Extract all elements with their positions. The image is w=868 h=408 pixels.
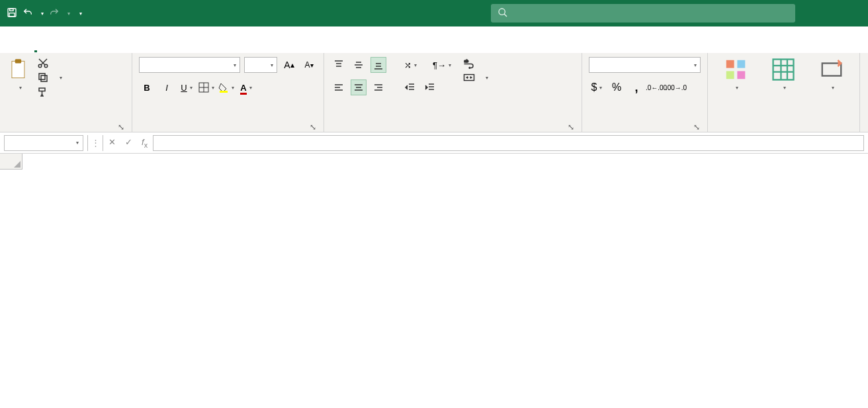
svg-rect-44 bbox=[726, 60, 734, 68]
font-size-combo[interactable]: ▾ bbox=[244, 57, 277, 73]
chevron-down-icon: ▾ bbox=[486, 75, 488, 81]
redo-dropdown-icon[interactable]: ▾ bbox=[67, 11, 70, 17]
save-icon[interactable] bbox=[7, 7, 17, 20]
align-middle-icon[interactable] bbox=[351, 57, 367, 73]
decrease-indent-icon[interactable] bbox=[402, 79, 418, 95]
tab-home[interactable] bbox=[34, 40, 37, 52]
align-center-icon[interactable] bbox=[351, 79, 367, 95]
accounting-format-button[interactable]: $▾ bbox=[589, 79, 605, 95]
tab-help[interactable] bbox=[204, 42, 206, 52]
bold-button[interactable]: B bbox=[139, 79, 155, 95]
group-alignment: ⤭▾ ¶→▾ ab ▾ ⤡ bbox=[324, 53, 582, 132]
orientation-icon[interactable]: ⤭▾ bbox=[402, 57, 418, 73]
font-name-combo[interactable]: ▾ bbox=[139, 57, 240, 73]
tab-developer[interactable] bbox=[183, 42, 185, 52]
chevron-down-icon: ▾ bbox=[271, 62, 273, 68]
tab-acrobat[interactable] bbox=[225, 42, 228, 52]
redo-icon[interactable] bbox=[49, 7, 60, 20]
number-format-combo[interactable]: ▾ bbox=[589, 57, 701, 73]
svg-rect-6 bbox=[15, 59, 21, 63]
format-as-table-button[interactable]: ▾ bbox=[771, 57, 796, 91]
svg-rect-5 bbox=[12, 61, 24, 77]
svg-rect-43 bbox=[464, 75, 474, 81]
svg-rect-2 bbox=[9, 13, 15, 16]
dialog-launcher-icon[interactable]: ⤡ bbox=[693, 123, 701, 130]
align-right-icon[interactable] bbox=[370, 79, 386, 95]
undo-icon[interactable] bbox=[22, 7, 33, 20]
increase-font-icon[interactable]: A▴ bbox=[281, 57, 297, 73]
merge-center-button[interactable]: ▾ bbox=[463, 72, 488, 83]
tab-insert[interactable] bbox=[56, 42, 58, 52]
formula-input[interactable] bbox=[153, 135, 864, 151]
qat-customize-icon[interactable]: ▾ bbox=[79, 11, 82, 17]
svg-rect-47 bbox=[738, 71, 746, 79]
conditional-formatting-button[interactable]: ▾ bbox=[723, 57, 748, 91]
search-box[interactable] bbox=[491, 4, 795, 23]
group-font: ▾ ▾ A▴ A▾ B I U▾ ▾ ▾ A▾ ⤡ bbox=[132, 53, 324, 132]
group-clipboard: ▾ ▾ ⤡ bbox=[0, 53, 132, 132]
fill-color-button[interactable]: ▾ bbox=[218, 79, 234, 95]
italic-button[interactable]: I bbox=[159, 79, 175, 95]
group-number: ▾ $▾ % , .0←.00 .00→.0 ⤡ bbox=[582, 53, 708, 132]
format-painter-button[interactable] bbox=[37, 86, 62, 98]
svg-rect-48 bbox=[773, 60, 794, 80]
svg-text:ab: ab bbox=[464, 59, 469, 63]
chevron-down-icon: ▾ bbox=[234, 62, 236, 68]
comma-format-button[interactable]: , bbox=[629, 79, 644, 95]
spill-icon: ⋮ bbox=[87, 135, 103, 151]
decrease-decimal-button[interactable]: .00→.0 bbox=[668, 79, 684, 95]
chevron-down-icon: ▾ bbox=[694, 62, 697, 68]
cancel-icon[interactable]: ✕ bbox=[108, 137, 116, 149]
svg-line-4 bbox=[504, 14, 507, 17]
name-box[interactable]: ▾ bbox=[4, 135, 83, 151]
enter-icon[interactable]: ✓ bbox=[125, 137, 132, 149]
tab-review[interactable] bbox=[140, 42, 143, 52]
border-button[interactable]: ▾ bbox=[198, 79, 214, 95]
svg-rect-45 bbox=[738, 60, 746, 68]
worksheet-grid[interactable] bbox=[0, 154, 868, 170]
dialog-launcher-icon[interactable]: ⤡ bbox=[117, 123, 125, 130]
svg-rect-11 bbox=[41, 76, 47, 81]
tab-formulas[interactable] bbox=[98, 42, 101, 52]
svg-rect-12 bbox=[39, 74, 45, 79]
align-top-icon[interactable] bbox=[331, 57, 347, 73]
increase-indent-icon[interactable] bbox=[422, 79, 438, 95]
chevron-down-icon: ▾ bbox=[19, 85, 22, 91]
increase-decimal-button[interactable]: .0←.00 bbox=[648, 79, 664, 95]
tab-view[interactable] bbox=[161, 42, 164, 52]
cut-button[interactable] bbox=[37, 57, 62, 69]
align-bottom-icon[interactable] bbox=[370, 57, 386, 73]
copy-button[interactable]: ▾ bbox=[37, 72, 62, 83]
underline-button[interactable]: U▾ bbox=[179, 79, 195, 95]
ribbon-tabs bbox=[0, 26, 868, 53]
group-styles: ▾ ▾ ▾ bbox=[708, 53, 860, 132]
svg-rect-13 bbox=[39, 88, 45, 91]
search-input[interactable] bbox=[515, 8, 789, 19]
chevron-down-icon: ▾ bbox=[60, 75, 62, 81]
wrap-text-button[interactable]: ab bbox=[463, 57, 488, 69]
percent-format-button[interactable]: % bbox=[609, 79, 625, 95]
svg-rect-17 bbox=[220, 91, 228, 93]
svg-rect-46 bbox=[726, 71, 734, 79]
tab-data[interactable] bbox=[119, 42, 122, 52]
decrease-font-icon[interactable]: A▾ bbox=[301, 57, 317, 73]
paste-button[interactable]: ▾ bbox=[7, 57, 32, 91]
undo-dropdown-icon[interactable]: ▾ bbox=[41, 11, 44, 17]
font-color-button[interactable]: A▾ bbox=[238, 79, 254, 95]
search-icon bbox=[498, 7, 508, 20]
title-bar: ▾ ▾ ▾ bbox=[0, 0, 868, 26]
text-direction-icon[interactable]: ¶→▾ bbox=[434, 57, 450, 73]
dialog-launcher-icon[interactable]: ⤡ bbox=[567, 123, 575, 130]
align-left-icon[interactable] bbox=[331, 79, 347, 95]
cell-styles-button[interactable]: ▾ bbox=[819, 57, 844, 91]
svg-rect-1 bbox=[10, 9, 13, 11]
tab-file[interactable] bbox=[13, 42, 16, 52]
formula-bar: ▾ ⋮ ✕ ✓ fx bbox=[0, 132, 868, 154]
tab-page-layout[interactable] bbox=[77, 42, 79, 52]
ribbon: ▾ ▾ ⤡ ▾ ▾ A▴ A▾ B I U▾ ▾ ▾ A▾ bbox=[0, 53, 868, 132]
fx-icon[interactable]: fx bbox=[142, 137, 148, 149]
svg-point-3 bbox=[499, 9, 505, 15]
select-all-corner[interactable] bbox=[0, 154, 22, 170]
chevron-down-icon: ▾ bbox=[76, 140, 79, 146]
dialog-launcher-icon[interactable]: ⤡ bbox=[309, 123, 317, 130]
